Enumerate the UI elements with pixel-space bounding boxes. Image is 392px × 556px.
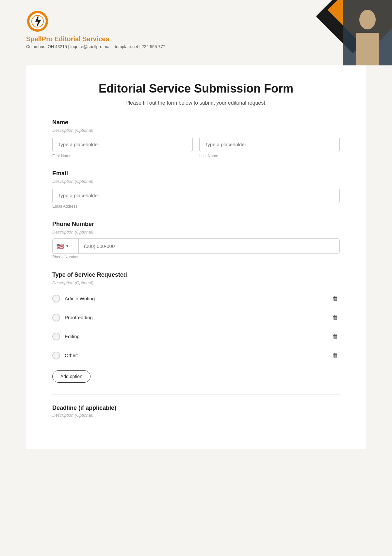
first-name-sublabel: First Name: [52, 154, 193, 158]
last-name-group: Last Name: [199, 137, 340, 158]
radio-circle-icon: [52, 295, 60, 303]
phone-section-description: Description (Optional): [52, 230, 340, 235]
delete-icon[interactable]: 🗑: [331, 313, 340, 322]
email-section-label: Email: [52, 170, 340, 177]
deadline-section-label: Deadline (if applicable): [52, 405, 340, 411]
form-title: Editorial Service Submission Form: [52, 82, 340, 96]
first-name-input[interactable]: [52, 137, 193, 152]
option-label-editing: Editing: [65, 334, 80, 339]
company-info: Columbus, OH 43215 | inquire@spellpro.ma…: [26, 44, 165, 49]
us-flag-icon: 🇺🇸: [57, 243, 64, 250]
name-section-label: Name: [52, 119, 340, 126]
form-subtitle: Please fill out the form below to submit…: [52, 100, 340, 106]
deadline-optional-tag: Description (Optional): [52, 413, 340, 418]
email-section: Email Description (Optional) Email Addre…: [52, 170, 340, 209]
radio-circle-icon: [52, 352, 60, 359]
list-item: Editing 🗑: [52, 327, 340, 346]
form-container: Editorial Service Submission Form Please…: [26, 65, 366, 449]
list-item: Other: 🗑: [52, 346, 340, 365]
email-sublabel: Email Address: [52, 204, 77, 209]
email-input[interactable]: [52, 188, 340, 203]
email-section-description: Description (Optional): [52, 179, 340, 184]
delete-icon[interactable]: 🗑: [331, 351, 340, 360]
phone-section-label: Phone Number: [52, 221, 340, 228]
phone-input[interactable]: [79, 239, 339, 253]
svg-rect-8: [356, 33, 379, 65]
header-decoration: [261, 0, 392, 65]
last-name-sublabel: Last Name: [199, 154, 340, 158]
service-section-label: Type of Service Requested: [52, 271, 340, 278]
radio-option-article-writing[interactable]: Article Writing: [52, 295, 95, 303]
list-item: Article Writing 🗑: [52, 289, 340, 308]
spellpro-logo-icon: [26, 10, 49, 33]
radio-circle-icon: [52, 314, 60, 321]
radio-option-other[interactable]: Other:: [52, 352, 78, 359]
name-section: Name Description (Optional) First Name L…: [52, 119, 340, 158]
add-option-button[interactable]: Add option: [52, 370, 90, 383]
phone-sublabel: Phone Number: [52, 255, 79, 259]
svg-point-7: [359, 10, 376, 29]
delete-icon[interactable]: 🗑: [331, 294, 340, 303]
deadline-section: Deadline (if applicable) Description (Op…: [52, 394, 340, 418]
header-geo-svg: [261, 0, 392, 65]
option-label-article-writing: Article Writing: [65, 296, 95, 301]
delete-icon[interactable]: 🗑: [331, 332, 340, 341]
header: SpellPro Editorial Services Columbus, OH…: [0, 0, 392, 65]
first-name-group: First Name: [52, 137, 193, 158]
section-divider: [52, 394, 340, 395]
name-section-description: Description (Optional): [52, 128, 340, 133]
phone-country-selector[interactable]: 🇺🇸 ▼: [53, 239, 79, 253]
name-field-row: First Name Last Name: [52, 137, 340, 158]
radio-circle-icon: [52, 333, 60, 340]
radio-option-editing[interactable]: Editing: [52, 333, 80, 340]
radio-option-proofreading[interactable]: Proofreading: [52, 314, 93, 321]
option-label-proofreading: Proofreading: [65, 315, 93, 320]
service-section-description: Description (Optional): [52, 280, 340, 285]
phone-row: 🇺🇸 ▼: [52, 238, 340, 254]
phone-section: Phone Number Description (Optional) 🇺🇸 ▼…: [52, 221, 340, 260]
last-name-input[interactable]: [199, 137, 340, 152]
list-item: Proofreading 🗑: [52, 308, 340, 327]
add-option-label: Add option: [60, 374, 82, 379]
chevron-down-icon: ▼: [66, 244, 69, 248]
service-section: Type of Service Requested Description (O…: [52, 271, 340, 383]
service-options-list: Article Writing 🗑 Proofreading 🗑 Editing…: [52, 289, 340, 365]
option-label-other: Other:: [65, 353, 78, 358]
company-name: SpellPro Editorial Services: [26, 35, 109, 43]
